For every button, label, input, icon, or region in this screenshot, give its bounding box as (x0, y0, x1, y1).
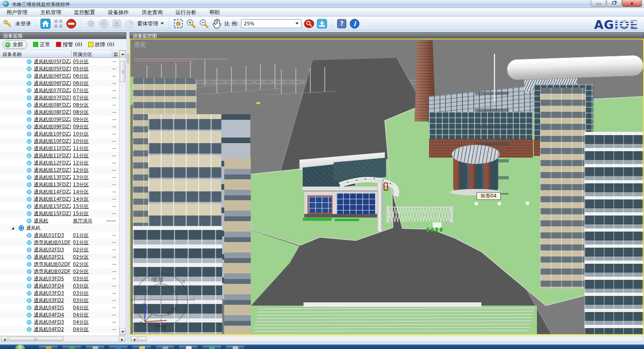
device-row[interactable]: 通风机03FD403分区-- (0, 282, 119, 289)
taskbar-button[interactable] (132, 345, 151, 349)
device-name[interactable]: 通风机04FD3 (34, 318, 71, 326)
device-zone[interactable]: 03分区 (73, 282, 99, 289)
device-name[interactable]: 通风机组11FDZ1 (34, 152, 71, 159)
device-row[interactable]: 通风机组07FDZ107分区-- (0, 94, 119, 101)
device-zone[interactable]: 02分区 (73, 246, 99, 253)
help-icon[interactable]: ? (336, 18, 347, 29)
device-name[interactable]: 通风机组08FDZ2 (34, 101, 71, 109)
device-zone[interactable]: 04分区 (73, 326, 99, 333)
scroll-up-button[interactable] (120, 51, 126, 57)
device-name[interactable]: 通风机组07FDZ2 (34, 87, 71, 94)
device-row[interactable]: 通风机组11FDZ111分区-- (0, 152, 119, 159)
taskbar-button[interactable] (225, 345, 245, 349)
device-row[interactable]: 通风机03FD503分区-- (0, 275, 119, 282)
device-zone[interactable]: 02分区 (73, 268, 99, 275)
device-row[interactable]: 通风机组13FDZ213分区-- (0, 174, 119, 181)
device-row[interactable]: 通风机组06FDZ106分区-- (0, 80, 119, 87)
device-name[interactable]: 通风机 (34, 217, 71, 224)
device-zone[interactable]: 15分区 (73, 210, 99, 217)
device-zone[interactable]: 09分区 (73, 123, 99, 130)
about-info-icon[interactable]: i (349, 18, 360, 29)
device-zone[interactable]: 14分区 (73, 188, 99, 195)
tree-expand-icon[interactable] (11, 227, 14, 230)
device-zone[interactable]: 04分区 (73, 318, 99, 326)
device-row[interactable]: 通风机03FD303分区-- (0, 289, 119, 297)
device-name[interactable]: 通风机组10FDZ1 (34, 138, 71, 145)
device-zone[interactable]: 展厅演示 (73, 217, 99, 224)
zoom-out-icon[interactable] (199, 18, 209, 29)
device-zone[interactable]: 03分区 (73, 289, 99, 297)
device-zone[interactable]: 03分区 (73, 275, 99, 282)
device-name[interactable]: 通风机组06FDZ2 (34, 72, 71, 80)
device-name[interactable]: 通风机组13FDZ2 (34, 174, 71, 181)
scale-combobox[interactable]: 25% (241, 19, 301, 28)
device-zone[interactable]: 02分区 (73, 253, 99, 261)
device-row[interactable]: 通风机组12FDZ112分区-- (0, 166, 119, 174)
device-zone[interactable]: 04分区 (73, 304, 99, 311)
device-row[interactable]: 通风机组07FDZ207分区-- (0, 87, 119, 94)
column-device-name[interactable]: 设备名称 (2, 51, 22, 58)
panel-splitter[interactable] (126, 32, 130, 342)
device-name[interactable]: 通风机组15FDZ2 (34, 203, 71, 210)
device-row[interactable]: 通风机组14FDZ214分区-- (0, 188, 119, 195)
layout-grid-icon[interactable] (53, 18, 64, 29)
device-zone[interactable]: 09分区 (73, 116, 99, 123)
device-zone[interactable]: 11分区 (73, 145, 99, 152)
device-name[interactable]: 通风机04FD2 (34, 326, 71, 333)
device-name[interactable]: 通风机组05FDZ1 (34, 65, 71, 72)
device-name[interactable]: 通风机组12FDZ2 (34, 159, 71, 166)
device-name[interactable]: 通风机组05FDZ2 (34, 58, 71, 65)
scroll-thumb[interactable] (138, 337, 147, 341)
device-row[interactable]: 通风机组06FDZ206分区-- (0, 72, 119, 80)
device-name[interactable]: 通风机组14FDZ1 (34, 195, 71, 203)
menu-item-1[interactable]: 用户管理 (0, 8, 34, 16)
device-name[interactable]: 通风机04FD5 (34, 304, 71, 311)
device-name[interactable]: 通风机组09FDZ2 (34, 116, 71, 123)
scroll-down-button[interactable] (120, 328, 126, 335)
home-icon[interactable] (40, 18, 51, 29)
device-row[interactable]: 通风机组05FDZ205分区-- (0, 58, 119, 65)
device-name[interactable]: 通风机03FD2 (34, 297, 71, 304)
device-zone[interactable]: 04分区 (73, 311, 99, 318)
device-zone[interactable]: 08分区 (73, 109, 99, 116)
device-name[interactable]: 通风机组13FDZ1 (34, 181, 71, 188)
taskbar-button[interactable] (109, 345, 128, 349)
chevron-down-icon[interactable] (161, 23, 164, 25)
device-name[interactable]: 通风机02FD1 (34, 253, 71, 261)
device-row[interactable]: 通风机组05FDZ105分区-- (0, 65, 119, 72)
filter-legend-4[interactable]: 故障 (0) (88, 41, 115, 48)
device-name[interactable]: 通风机03FD4 (34, 282, 71, 289)
device-name[interactable]: 通风机03FD5 (34, 275, 71, 282)
device-name[interactable]: 通风机组09FDZ1 (34, 123, 71, 130)
device-zone[interactable]: 08分区 (73, 101, 99, 109)
device-row[interactable]: 通风机04FD204分区-- (0, 326, 119, 333)
device-group-row[interactable]: 通风机 (0, 224, 119, 232)
device-name[interactable]: 通风机组11FDZ2 (34, 145, 71, 152)
column-zone[interactable]: 所属分区 (73, 51, 92, 58)
device-row[interactable]: 通风机展厅演示—— (0, 217, 119, 224)
device-zone[interactable]: 14分区 (73, 195, 99, 203)
device-row[interactable]: 通风机组15FDZ215分区-- (0, 203, 119, 210)
device-name[interactable]: 诱导风机组02DF2 (34, 261, 71, 268)
device-name[interactable]: 通风机组10FDZ2 (34, 130, 71, 138)
close-button[interactable]: x (622, 0, 642, 7)
device-name[interactable]: 诱导风机组02DF1 (34, 268, 71, 275)
device-row[interactable]: 通风机组13FDZ113分区-- (0, 181, 119, 188)
device-row[interactable]: 通风机组09FDZ109分区-- (0, 123, 119, 130)
device-row[interactable]: 通风机组08FDZ108分区-- (0, 109, 119, 116)
windows-taskbar[interactable] (0, 344, 644, 349)
login-status-label[interactable]: 未登录 (15, 20, 31, 27)
device-row[interactable]: 通风机组11FDZ211分区-- (0, 145, 119, 152)
device-row[interactable]: 通风机组08FDZ208分区-- (0, 101, 119, 109)
scroll-left-button[interactable] (131, 336, 137, 341)
viewport-3d[interactable]: 透视 (130, 39, 644, 335)
start-orb[interactable] (15, 345, 25, 349)
window-manage-label[interactable]: 窗体管理 (137, 20, 158, 27)
device-zone[interactable]: 11分区 (73, 152, 99, 159)
select-region-icon[interactable] (173, 18, 184, 29)
device-row[interactable]: 通风机04FD404分区-- (0, 311, 119, 318)
taskbar-button[interactable] (62, 345, 81, 349)
device-zone[interactable]: 12分区 (73, 159, 99, 166)
scroll-thumb[interactable] (8, 337, 64, 341)
device-zone[interactable]: 02分区 (73, 261, 99, 268)
